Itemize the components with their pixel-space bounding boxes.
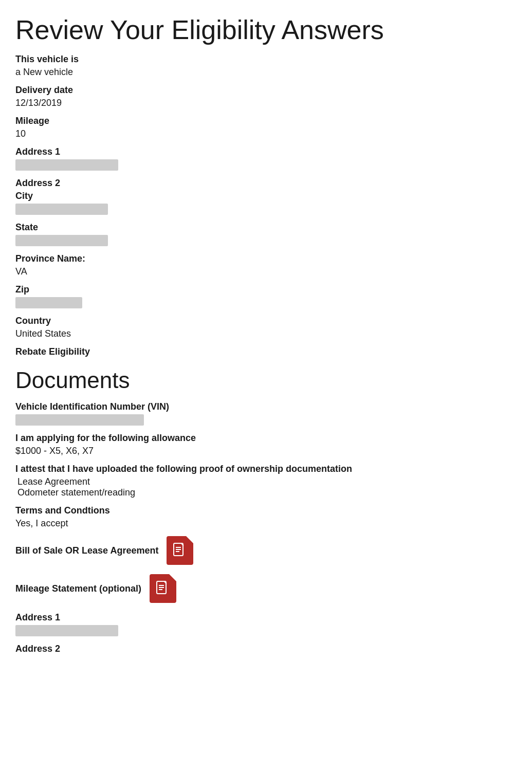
address1-bottom-label: Address 1 xyxy=(15,612,517,623)
state-label: State xyxy=(15,222,517,233)
vin-redacted xyxy=(15,414,144,426)
delivery-date-label: Delivery date xyxy=(15,85,517,96)
province-value: VA xyxy=(15,266,517,277)
pdf-icon-symbol xyxy=(167,536,193,565)
country-label: Country xyxy=(15,316,517,326)
pdf-icon-symbol-2 xyxy=(150,574,176,603)
mileage-statement-label: Mileage Statement (optional) xyxy=(15,583,141,594)
country-value: United States xyxy=(15,328,517,339)
mileage-label: Mileage xyxy=(15,116,517,126)
delivery-date-value: 12/13/2019 xyxy=(15,98,517,108)
documents-section-title: Documents xyxy=(15,368,517,393)
address2-label: Address 2 xyxy=(15,178,517,189)
rebate-eligibility-label: Rebate Eligibility xyxy=(15,346,517,357)
vin-label: Vehicle Identification Number (VIN) xyxy=(15,401,517,412)
province-label: Province Name: xyxy=(15,253,517,264)
proof-label: I attest that I have uploaded the follow… xyxy=(15,464,517,474)
proof-item-1: Lease Agreement xyxy=(17,476,517,487)
bill-of-sale-row: Bill of Sale OR Lease Agreement xyxy=(15,536,517,565)
mileage-value: 10 xyxy=(15,128,517,139)
terms-value: Yes, I accept xyxy=(15,518,517,529)
state-redacted xyxy=(15,235,108,246)
page-title: Review Your Eligibility Answers xyxy=(15,15,517,45)
zip-label: Zip xyxy=(15,284,517,295)
vehicle-is-label: This vehicle is xyxy=(15,54,517,65)
bill-of-sale-pdf-icon[interactable] xyxy=(167,536,193,565)
allowance-label: I am applying for the following allowanc… xyxy=(15,433,517,444)
zip-redacted xyxy=(15,297,82,308)
allowance-value: $1000 - X5, X6, X7 xyxy=(15,446,517,456)
mileage-statement-row: Mileage Statement (optional) xyxy=(15,574,517,603)
bill-of-sale-label: Bill of Sale OR Lease Agreement xyxy=(15,545,158,556)
vehicle-is-value: a New vehicle xyxy=(15,67,517,78)
address2-bottom-label: Address 2 xyxy=(15,644,517,654)
address1-redacted xyxy=(15,159,118,171)
proof-list: Lease Agreement Odometer statement/readi… xyxy=(15,476,517,498)
proof-item-2: Odometer statement/reading xyxy=(17,487,517,498)
mileage-statement-pdf-icon[interactable] xyxy=(150,574,176,603)
address1-label: Address 1 xyxy=(15,146,517,157)
city-label: City xyxy=(15,191,517,201)
address1-bottom-redacted xyxy=(15,625,118,636)
terms-label: Terms and Condtions xyxy=(15,505,517,516)
city-redacted xyxy=(15,204,108,215)
